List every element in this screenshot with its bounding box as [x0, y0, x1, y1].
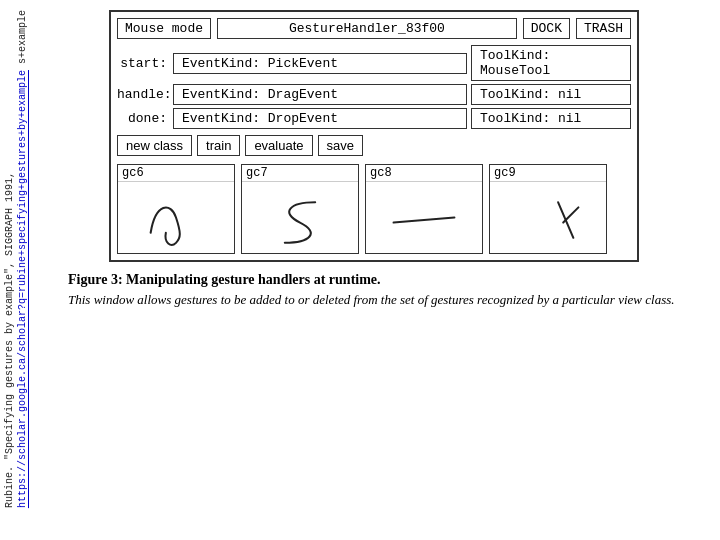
dock-button[interactable]: DOCK: [523, 18, 570, 39]
event-rows: start: EventKind: PickEvent ToolKind: Mo…: [117, 45, 631, 129]
tile-gc8-label: gc8: [366, 165, 482, 182]
figure-label: Figure 3:: [68, 272, 123, 287]
handle-row: handle: EventKind: DragEvent ToolKind: n…: [117, 84, 631, 105]
new-class-button[interactable]: new class: [117, 135, 192, 156]
start-tool-box[interactable]: ToolKind: MouseTool: [471, 45, 631, 81]
evaluate-button[interactable]: evaluate: [245, 135, 312, 156]
start-event-box[interactable]: EventKind: PickEvent: [173, 53, 467, 74]
figure-title-text: Manipulating gesture handlers at runtime…: [123, 272, 381, 287]
caption-area: Figure 3: Manipulating gesture handlers …: [38, 272, 710, 309]
tile-gc9-drawing: [490, 182, 606, 253]
done-label: done:: [117, 111, 169, 126]
handle-label: handle:: [117, 87, 169, 102]
gesture-handler-name: GestureHandler_83f00: [217, 18, 517, 39]
tile-gc6-drawing: [118, 182, 234, 253]
sidebar-link[interactable]: https://scholar.google.ca/scholar?q=rubi…: [17, 70, 28, 508]
action-row: new class train evaluate save: [117, 135, 631, 156]
figure-title: Figure 3: Manipulating gesture handlers …: [68, 272, 710, 288]
tile-gc9-label: gc9: [490, 165, 606, 182]
done-tool-box[interactable]: ToolKind: nil: [471, 108, 631, 129]
tile-gc9[interactable]: gc9: [489, 164, 607, 254]
tile-gc8[interactable]: gc8: [365, 164, 483, 254]
tile-gc6[interactable]: gc6: [117, 164, 235, 254]
gesture-handler-window: Mouse mode GestureHandler_83f00 DOCK TRA…: [109, 10, 639, 262]
figure-description: This window allows gestures to be added …: [68, 291, 710, 309]
svg-line-2: [563, 207, 578, 222]
done-event-box[interactable]: EventKind: DropEvent: [173, 108, 467, 129]
done-row: done: EventKind: DropEvent ToolKind: nil: [117, 108, 631, 129]
start-label: start:: [117, 56, 169, 71]
tile-gc7-drawing: [242, 182, 358, 253]
tile-gc8-drawing: [366, 182, 482, 253]
tile-gc7[interactable]: gc7: [241, 164, 359, 254]
start-row: start: EventKind: PickEvent ToolKind: Mo…: [117, 45, 631, 81]
main-content: Mouse mode GestureHandler_83f00 DOCK TRA…: [32, 0, 720, 540]
top-bar: Mouse mode GestureHandler_83f00 DOCK TRA…: [117, 18, 631, 39]
sidebar-citation: Rubine. "Specifying gestures by example"…: [3, 10, 29, 508]
handle-event-box[interactable]: EventKind: DragEvent: [173, 84, 467, 105]
handle-tool-box[interactable]: ToolKind: nil: [471, 84, 631, 105]
svg-line-0: [394, 218, 455, 223]
trash-button[interactable]: TRASH: [576, 18, 631, 39]
tile-gc6-label: gc6: [118, 165, 234, 182]
save-button[interactable]: save: [318, 135, 363, 156]
sidebar: Rubine. "Specifying gestures by example"…: [0, 0, 32, 540]
mouse-mode-label: Mouse mode: [117, 18, 211, 39]
tiles-row: gc6 gc7 gc8: [117, 164, 631, 254]
train-button[interactable]: train: [197, 135, 240, 156]
tile-gc7-label: gc7: [242, 165, 358, 182]
